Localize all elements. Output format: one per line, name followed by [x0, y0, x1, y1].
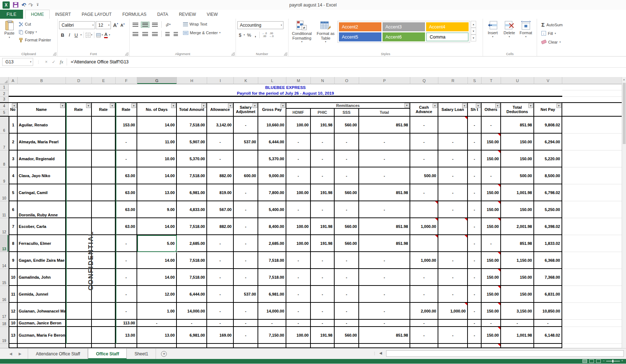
tab-review[interactable]: REVIEW: [174, 10, 201, 19]
filter-button[interactable]: ▾: [433, 103, 437, 108]
cell-U10[interactable]: 1,001.98: [501, 184, 534, 201]
column-header-L[interactable]: L: [258, 77, 286, 84]
cell-B16[interactable]: Gemida, Junnel: [18, 286, 66, 303]
cell-E18[interactable]: [92, 320, 116, 327]
filter-button[interactable]: ▾: [60, 103, 65, 108]
cell-B8[interactable]: Amador, Regienald: [18, 150, 66, 167]
cell-E20[interactable]: [92, 344, 116, 348]
row-header-15[interactable]: 15: [0, 269, 9, 286]
cell-O7[interactable]: -: [335, 134, 359, 150]
cell-A6[interactable]: 1: [9, 117, 18, 134]
cell-E12[interactable]: [92, 218, 116, 235]
cell-O12[interactable]: 560.00: [335, 218, 359, 235]
increase-decimal-button[interactable]: ←.0.00: [261, 32, 268, 37]
cell-I10[interactable]: 819.00: [207, 184, 234, 201]
cell-F11[interactable]: 63.00: [116, 201, 137, 218]
cell-D11[interactable]: [66, 201, 92, 218]
cell-U15[interactable]: 150.00: [501, 269, 534, 286]
row-header-18[interactable]: 18: [0, 320, 9, 327]
cell-U8[interactable]: 150.00: [501, 150, 534, 167]
cell-R9[interactable]: -: [438, 167, 468, 184]
column-header-N[interactable]: N: [311, 77, 335, 84]
align-right-button[interactable]: [151, 31, 159, 37]
cell-V10[interactable]: 6,798.02: [534, 184, 562, 201]
cell-K14[interactable]: -: [234, 252, 258, 269]
cell-P13[interactable]: 851.98: [359, 235, 410, 252]
cell-S10[interactable]: -: [468, 184, 482, 201]
cell-V15[interactable]: 7,368.00: [534, 269, 562, 286]
cell-P18[interactable]: -: [359, 320, 410, 327]
cell-L16[interactable]: 6,981.00: [258, 286, 286, 303]
cell-D7[interactable]: [66, 134, 92, 150]
cell-P20[interactable]: [359, 344, 410, 348]
header-salary_loan[interactable]: Salary Loan▾: [438, 103, 468, 116]
cell-T12[interactable]: 150.00: [482, 218, 501, 235]
cell-H15[interactable]: 7,518.00: [177, 269, 207, 286]
cell-S9[interactable]: -: [468, 167, 482, 184]
horizontal-scrollbar[interactable]: [386, 350, 624, 357]
cell-O11[interactable]: -: [335, 201, 359, 218]
cell-E13[interactable]: [92, 235, 116, 252]
cell-M9[interactable]: -: [286, 167, 311, 184]
row-header-20[interactable]: [0, 344, 9, 348]
cell-S15[interactable]: -: [468, 269, 482, 286]
filter-button[interactable]: ▾: [281, 103, 285, 108]
hscroll-left-button[interactable]: ◀: [379, 351, 382, 355]
style-accent3[interactable]: Accent3: [383, 22, 425, 31]
cell-P15[interactable]: -: [359, 269, 410, 286]
name-box[interactable]: G13▾: [2, 58, 33, 66]
filter-button[interactable]: ▾: [12, 103, 17, 108]
cell-N6[interactable]: 191.98: [311, 117, 335, 134]
cell-H17[interactable]: 14,000.00: [177, 303, 207, 320]
column-header-U[interactable]: U: [501, 77, 534, 84]
cell-N18[interactable]: -: [311, 320, 335, 327]
cell-D20[interactable]: [66, 344, 92, 348]
cell-S18[interactable]: -: [468, 320, 482, 327]
cell-H16[interactable]: 6,444.00: [177, 286, 207, 303]
cell-O10[interactable]: 560.00: [335, 184, 359, 201]
cell-T18[interactable]: -: [482, 320, 501, 327]
cell-L14[interactable]: 7,518.00: [258, 252, 286, 269]
cell-L18[interactable]: -: [258, 320, 286, 327]
row-header-2[interactable]: 2: [0, 90, 9, 97]
cell-A19[interactable]: 13: [9, 327, 18, 344]
clipboard-dialog-launcher[interactable]: [53, 52, 56, 55]
filter-button[interactable]: ▾: [110, 103, 115, 108]
cell-F20[interactable]: [116, 344, 137, 348]
cell-K10[interactable]: -: [234, 184, 258, 201]
cell-U17[interactable]: 3,150.00: [501, 303, 534, 320]
cell-O17[interactable]: -: [335, 303, 359, 320]
cell-L9[interactable]: 9,000.00: [258, 167, 286, 184]
cell-K18[interactable]: -: [234, 320, 258, 327]
fill-button[interactable]: ↓Fill▾: [541, 30, 563, 37]
cell-H6[interactable]: 7,518.00: [177, 117, 207, 134]
cell-F7[interactable]: -: [116, 134, 137, 150]
cell-I6[interactable]: 3,142.00: [207, 117, 234, 134]
cell-D9[interactable]: [66, 167, 92, 184]
tab-view[interactable]: VIEW: [201, 10, 223, 19]
cell-V6[interactable]: 9,808.02: [534, 117, 562, 134]
cell-V19[interactable]: 6,148.02: [534, 327, 562, 344]
cell-E7[interactable]: [92, 134, 116, 150]
cell-B11[interactable]: Doronila, Ruby Anne: [18, 201, 66, 218]
orientation-button[interactable]: ab▾: [164, 22, 172, 28]
column-header-A[interactable]: A: [9, 77, 18, 84]
cell-Q14[interactable]: 1,000.00: [410, 252, 438, 269]
cell-N12[interactable]: 191.98: [311, 218, 335, 235]
grow-font-button[interactable]: A▲: [112, 22, 118, 28]
tab-data[interactable]: DATA: [152, 10, 173, 19]
cell-M6[interactable]: 100.00: [286, 117, 311, 134]
cell-F9[interactable]: 63.00: [116, 167, 137, 184]
cell-R12[interactable]: [438, 218, 468, 235]
cell-L6[interactable]: 10,660.00: [258, 117, 286, 134]
tab-splitter-handle[interactable]: ⋮: [373, 351, 377, 355]
cancel-button[interactable]: ×: [45, 59, 48, 64]
filter-button[interactable]: ▾: [404, 103, 409, 108]
cell-H12[interactable]: 7,518.00: [177, 218, 207, 235]
zoom-slider[interactable]: − +: [603, 359, 623, 363]
cell-N20[interactable]: [311, 344, 335, 348]
header-sss[interactable]: SSS: [335, 109, 359, 116]
cell-N14[interactable]: -: [311, 252, 335, 269]
header-others[interactable]: Others▾: [482, 103, 501, 116]
cell-U12[interactable]: 2,001.98: [501, 218, 534, 235]
